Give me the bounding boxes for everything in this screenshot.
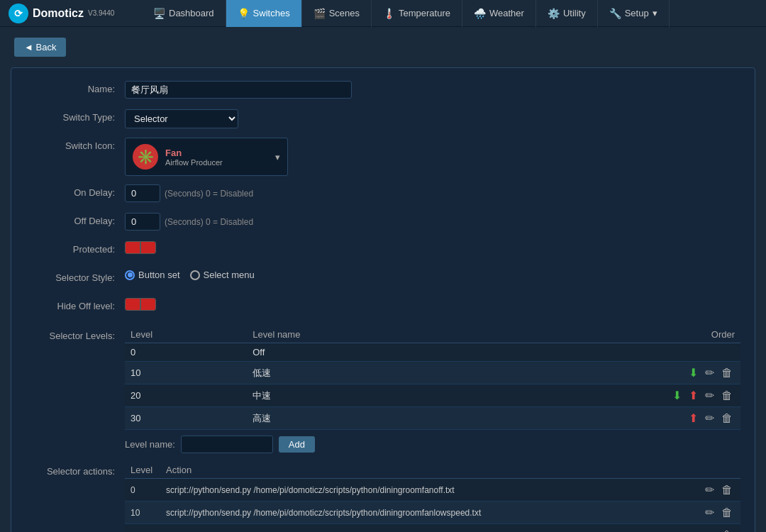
- tab-setup[interactable]: 🔧 Setup ▾: [598, 0, 670, 27]
- tab-dashboard[interactable]: 🖥️ Dashboard: [142, 0, 226, 27]
- hide-off-toggle-on: [126, 299, 140, 310]
- nav-tabs: 🖥️ Dashboard 💡 Switches 🎬 Scenes 🌡️ Temp…: [142, 0, 670, 27]
- toggle-on-segment: [126, 242, 140, 253]
- action-delete-icon[interactable]: 🗑: [719, 483, 735, 497]
- on-delay-input[interactable]: [125, 184, 160, 202]
- dropdown-arrow-icon: ▾: [275, 152, 280, 162]
- tab-utility[interactable]: ⚙️ Utility: [536, 0, 598, 27]
- switch-icon-dropdown[interactable]: ✳️ Fan Airflow Producer ▾: [125, 138, 288, 176]
- level-cell: 20: [125, 384, 247, 407]
- toggle-off-segment: [141, 242, 155, 253]
- utility-icon: ⚙️: [548, 8, 560, 19]
- level-edit-icon[interactable]: ✏: [703, 411, 716, 426]
- protected-toggle[interactable]: [125, 241, 156, 254]
- level-add-row: Level name: Add: [125, 436, 740, 453]
- levels-table: Level Level name Order 0 Off 10 低速 ⬇✏🗑 2: [125, 326, 740, 430]
- add-level-button[interactable]: Add: [279, 436, 315, 453]
- level-up-icon[interactable]: ⬆: [687, 388, 700, 403]
- radio-button-set[interactable]: Button set: [125, 270, 180, 280]
- name-row: Name:: [26, 81, 740, 101]
- selector-levels-content: Level Level name Order 0 Off 10 低速 ⬇✏🗑 2: [125, 326, 740, 453]
- tab-switches[interactable]: 💡 Switches: [226, 0, 302, 27]
- level-down-icon[interactable]: ⬇: [687, 365, 700, 380]
- on-delay-row: On Delay: (Seconds) 0 = Disabled: [26, 184, 740, 204]
- radio-select-menu-circle: [190, 270, 200, 280]
- level-edit-icon[interactable]: ✏: [703, 388, 716, 403]
- selector-levels-row: Selector Levels: Level Level name Order …: [26, 326, 740, 453]
- level-delete-icon[interactable]: 🗑: [719, 411, 735, 426]
- setup-icon: 🔧: [609, 8, 621, 19]
- level-down-icon[interactable]: ⬇: [670, 388, 684, 403]
- icon-name: Fan: [165, 148, 223, 158]
- action-cell: script://python/send.py /home/pi/domotic…: [160, 524, 697, 533]
- selector-actions-label: Selector actions:: [26, 462, 125, 477]
- action-edit-icon[interactable]: ✏: [703, 482, 716, 497]
- level-up-icon[interactable]: ⬆: [687, 411, 700, 426]
- name-input[interactable]: [125, 81, 352, 99]
- off-delay-content: (Seconds) 0 = Disabled: [125, 213, 740, 231]
- action-level-cell: 10: [125, 501, 160, 524]
- back-area: ◄ Back: [0, 27, 766, 67]
- tab-utility-label: Utility: [563, 8, 586, 18]
- actions-table: Level Action 0 script://python/send.py /…: [125, 462, 740, 532]
- navbar: ⟳ Domoticz V3.9440 🖥️ Dashboard 💡 Switch…: [0, 0, 766, 27]
- back-button[interactable]: ◄ Back: [14, 38, 66, 57]
- level-name-cell: Off: [247, 343, 462, 362]
- action-edit-icon[interactable]: ✏: [703, 505, 716, 520]
- selector-actions-row: Selector actions: Level Action 0 script:…: [26, 462, 740, 532]
- tab-weather[interactable]: 🌧️ Weather: [462, 0, 536, 27]
- radio-select-menu[interactable]: Select menu: [190, 270, 255, 280]
- switch-type-content: Selector: [125, 109, 740, 128]
- level-delete-icon[interactable]: 🗑: [719, 366, 735, 380]
- tab-dashboard-label: Dashboard: [169, 8, 214, 18]
- tab-temperature[interactable]: 🌡️ Temperature: [372, 0, 462, 27]
- level-cell: 10: [125, 362, 247, 384]
- logo-area: ⟳ Domoticz V3.9440: [0, 4, 142, 23]
- radio-select-menu-label: Select menu: [204, 270, 255, 280]
- fan-icon: ✳️: [133, 144, 158, 170]
- level-order-cell: ⬇⬆✏🗑: [463, 384, 740, 407]
- on-delay-hint: (Seconds) 0 = Disabled: [165, 189, 253, 199]
- action-edit-icon[interactable]: ✏: [703, 528, 716, 532]
- radio-group: Button set Select menu: [125, 270, 255, 280]
- selector-levels-label: Selector Levels:: [26, 326, 125, 341]
- action-delete-icon[interactable]: 🗑: [719, 506, 735, 520]
- level-name-cell: 低速: [247, 362, 462, 384]
- on-delay-content: (Seconds) 0 = Disabled: [125, 184, 740, 202]
- switch-icon-row: Switch Icon: ✳️ Fan Airflow Producer ▾: [26, 138, 740, 176]
- off-delay-row: Off Delay: (Seconds) 0 = Disabled: [26, 213, 740, 233]
- radio-button-set-label: Button set: [138, 270, 180, 280]
- selector-style-content: Button set Select menu: [125, 270, 740, 280]
- name-content: [125, 81, 740, 99]
- action-btns-cell: ✏ 🗑: [697, 501, 740, 524]
- level-cell: 0: [125, 343, 247, 362]
- radio-button-set-circle: [125, 270, 135, 280]
- level-name-input[interactable]: [181, 436, 273, 453]
- level-name-cell: 高速: [247, 407, 462, 430]
- action-delete-icon[interactable]: 🗑: [719, 528, 735, 533]
- off-delay-label: Off Delay:: [26, 213, 125, 226]
- off-delay-input[interactable]: [125, 213, 160, 231]
- level-edit-icon[interactable]: ✏: [703, 365, 716, 380]
- setup-arrow-icon: ▾: [653, 8, 657, 18]
- switch-icon-label: Switch Icon:: [26, 138, 125, 151]
- switch-type-select[interactable]: Selector: [125, 109, 238, 128]
- switch-type-label: Switch Type:: [26, 109, 125, 123]
- levels-wrapper: Level Level name Order 0 Off 10 低速 ⬇✏🗑 2: [125, 326, 740, 453]
- levels-col-level: Level: [125, 326, 247, 343]
- level-order-cell: [463, 343, 740, 362]
- tab-scenes-label: Scenes: [329, 8, 360, 18]
- logo-version: V3.9440: [88, 9, 114, 17]
- off-delay-hint: (Seconds) 0 = Disabled: [165, 217, 253, 227]
- name-label: Name:: [26, 81, 125, 94]
- switches-icon: 💡: [238, 8, 250, 19]
- tab-weather-label: Weather: [489, 8, 524, 18]
- actions-col-action: Action: [160, 462, 697, 479]
- protected-content: [125, 241, 740, 254]
- level-delete-icon[interactable]: 🗑: [719, 389, 735, 403]
- hide-off-toggle[interactable]: [125, 298, 156, 311]
- tab-scenes[interactable]: 🎬 Scenes: [302, 0, 372, 27]
- actions-wrapper: Level Action 0 script://python/send.py /…: [125, 462, 740, 532]
- hide-off-label: Hide Off level:: [26, 298, 125, 311]
- icon-dropdown-text: Fan Airflow Producer: [165, 148, 223, 167]
